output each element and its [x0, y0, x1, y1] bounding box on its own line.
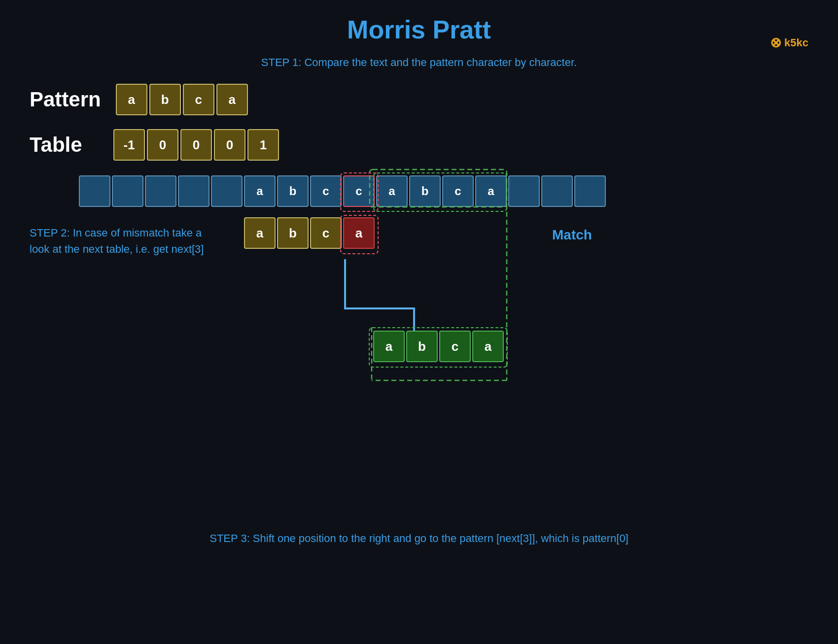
text-cell-8: c [343, 175, 375, 207]
pattern-cell-3: a [216, 84, 248, 115]
text-cell-5: a [244, 175, 276, 207]
pb-cell-2: c [310, 217, 342, 249]
text-strip: a b c c a b c a [79, 175, 606, 207]
text-cell-9: a [376, 175, 408, 207]
table-label: Table [30, 133, 99, 157]
pattern-cell-0: a [116, 84, 147, 115]
pattern-row: Pattern a b c a [30, 84, 838, 115]
step1-text: STEP 1: Compare the text and the pattern… [0, 56, 838, 69]
gp-cell-0: a [373, 331, 405, 362]
logo-text: k5kc [784, 36, 808, 49]
step2-text: STEP 2: In case of mismatch take a look … [30, 225, 204, 257]
table-cells: -1 0 0 0 1 [113, 129, 279, 161]
logo: ⊗ k5kc [770, 34, 808, 51]
text-cell-10: b [409, 175, 441, 207]
table-cell-1: 0 [147, 129, 178, 161]
green-pattern-row: a b c a [373, 331, 504, 362]
pattern-label: Pattern [30, 88, 101, 111]
text-cell-12: a [475, 175, 507, 207]
text-cell-15 [574, 175, 606, 207]
table-cell-0: -1 [113, 129, 145, 161]
gp-cell-3: a [472, 331, 504, 362]
table-cell-3: 0 [214, 129, 245, 161]
page-title: Morris Pratt [0, 0, 838, 44]
pattern-cell-2: c [183, 84, 214, 115]
gp-cell-2: c [439, 331, 471, 362]
gp-cell-1: b [406, 331, 438, 362]
step2-line1: STEP 2: In case of mismatch take a [30, 225, 204, 241]
table-cell-2: 0 [180, 129, 212, 161]
text-cell-7: c [310, 175, 342, 207]
pattern-cell-1: b [149, 84, 181, 115]
text-cell-0 [79, 175, 110, 207]
pattern-below-row: a b c a [244, 217, 375, 249]
text-cell-14 [541, 175, 573, 207]
match-label: Match [552, 227, 592, 243]
table-row: Table -1 0 0 0 1 [30, 129, 838, 161]
text-cell-3 [178, 175, 210, 207]
text-cell-13 [508, 175, 540, 207]
logo-icon: ⊗ [770, 34, 781, 51]
text-cell-2 [145, 175, 176, 207]
text-cell-4 [211, 175, 243, 207]
pb-cell-3: a [343, 217, 375, 249]
text-cell-11: c [442, 175, 474, 207]
text-cell-6: b [277, 175, 309, 207]
step2-line2: look at the next table, i.e. get next[3] [30, 241, 204, 257]
step3-text: STEP 3: Shift one position to the right … [0, 532, 838, 545]
pb-cell-1: b [277, 217, 309, 249]
text-cell-1 [112, 175, 143, 207]
pb-cell-0: a [244, 217, 276, 249]
table-cell-4: 1 [247, 129, 279, 161]
pattern-cells: a b c a [116, 84, 248, 115]
